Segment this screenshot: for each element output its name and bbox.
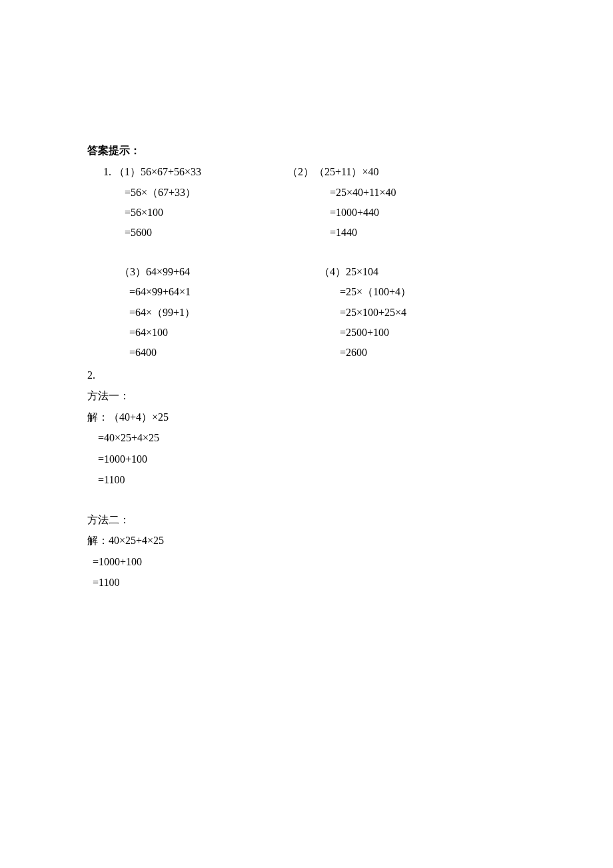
q1-p1-left-3: =5600 — [125, 227, 152, 238]
q2-m1-line3: =1100 — [87, 469, 613, 491]
q1-p2-right-1: =25×（100+4） — [340, 286, 411, 297]
q1-p2-right-2: =25×100+25×4 — [340, 307, 406, 318]
q1-p2-right-0: （4）25×104 — [319, 266, 378, 277]
q1-p1-left-1: =56×（67+33） — [125, 187, 196, 198]
q1-p1-right-0: （2）（25+11）×40 — [287, 166, 378, 177]
q1-p2-left-3: =64×100 — [129, 327, 168, 338]
q2-m2-title: 方法二： — [87, 509, 613, 531]
q2-m1-line1: =40×25+4×25 — [87, 427, 613, 449]
page: 答案提示： 1. （1）56×67+56×33 （2）（25+11）×40 =5… — [0, 0, 613, 868]
q2-m1-title: 方法一： — [87, 385, 613, 407]
q2-m2-line2: =1100 — [87, 572, 613, 593]
q1-part1-row3: =56×100 =1000+440 — [87, 203, 613, 223]
q1-p2-left-2: =64×（99+1） — [129, 307, 195, 318]
q1-p2-left-1: =64×99+64×1 — [129, 286, 191, 297]
q2-m2-line1: =1000+100 — [87, 551, 613, 573]
gap1 — [87, 243, 613, 262]
answer-hint-heading: 答案提示： — [87, 140, 613, 161]
q1-p1-right-3: =1440 — [324, 227, 357, 238]
q2-m1-line0: 解：（40+4）×25 — [87, 407, 613, 428]
q2-m1-line2: =1000+100 — [87, 449, 613, 470]
q1-label: 1. — [87, 166, 111, 177]
q1-p1-left-2: =56×100 — [125, 207, 163, 218]
q1-p2-right-3: =2500+100 — [340, 327, 389, 338]
gap2 — [87, 491, 613, 509]
q1-part1-row2: =56×（67+33） =25×40+11×40 — [87, 183, 613, 203]
q1-part1-row1: 1. （1）56×67+56×33 （2）（25+11）×40 — [87, 162, 613, 182]
q2-m2-line0: 解：40×25+4×25 — [87, 530, 613, 551]
q2-section: 2. 方法一： 解：（40+4）×25 =40×25+4×25 =1000+10… — [87, 365, 613, 593]
q1-part2-row3: =64×（99+1） =25×100+25×4 — [87, 303, 613, 323]
q1-part2-row2: =64×99+64×1 =25×（100+4） — [87, 282, 613, 302]
q1-p1-left-0: （1）56×67+56×33 — [114, 166, 201, 177]
q1-p2-left-4: =6400 — [129, 347, 157, 358]
q1-p2-right-4: =2600 — [340, 347, 367, 358]
q1-p1-right-1: =25×40+11×40 — [324, 187, 396, 198]
q1-part2-row1: （3）64×99+64 （4）25×104 — [87, 262, 613, 282]
q1-part2-row5: =6400 =2600 — [87, 343, 613, 363]
q1-part1-row4: =5600 =1440 — [87, 223, 613, 243]
q1-part2-row4: =64×100 =2500+100 — [87, 323, 613, 343]
q1-p1-right-2: =1000+440 — [324, 207, 379, 218]
q2-label: 2. — [87, 365, 613, 386]
q1-p2-left-0: （3）64×99+64 — [119, 266, 190, 277]
